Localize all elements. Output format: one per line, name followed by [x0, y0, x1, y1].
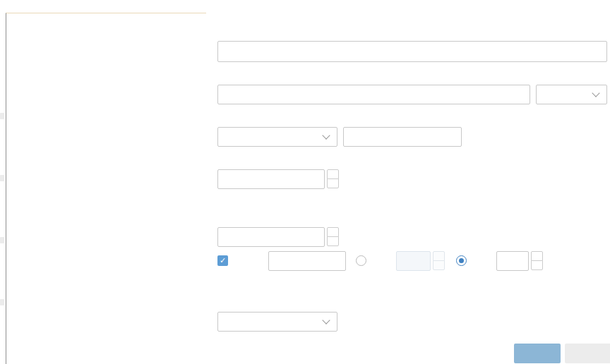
rule-name-input[interactable]: [217, 41, 607, 62]
response-code-checkbox[interactable]: ✓: [217, 255, 228, 266]
chevron-down-icon: [322, 316, 330, 324]
url-row-partial-bottom: [6, 353, 206, 357]
url-row-partial-top: [6, 14, 206, 20]
add-rule-dialog: ✓: [217, 0, 607, 364]
edge-blur-mark: [0, 299, 4, 305]
chevron-down-icon: [322, 131, 330, 139]
increment-button[interactable]: [531, 251, 543, 261]
stat-time-input[interactable]: [217, 169, 325, 189]
url-match-mode-select[interactable]: [536, 85, 607, 104]
request-object-key-input[interactable]: [343, 127, 462, 147]
increment-button[interactable]: [327, 169, 339, 179]
confirm-button[interactable]: [514, 344, 561, 363]
decrement-button: [433, 260, 445, 270]
cancel-button[interactable]: [565, 344, 610, 363]
chevron-down-icon: [592, 89, 599, 97]
response-code-condition-row: ✓: [217, 251, 607, 271]
page-left-edge: [0, 0, 5, 364]
quantity-input: [396, 251, 431, 271]
response-code-input[interactable]: [268, 251, 346, 271]
stat-time-spinner: [327, 169, 339, 189]
decrement-button[interactable]: [531, 260, 543, 270]
edge-blur-mark: [0, 175, 4, 181]
action-select[interactable]: [217, 312, 337, 332]
background-url-list: [6, 13, 206, 364]
quantity-radio[interactable]: [356, 255, 366, 266]
url-input[interactable]: [217, 85, 530, 104]
request-count-input[interactable]: [217, 227, 325, 247]
decrement-button[interactable]: [327, 178, 339, 188]
quantity-spinner: [433, 251, 445, 271]
increment-button: [433, 251, 445, 261]
increment-button[interactable]: [327, 227, 339, 237]
ratio-input[interactable]: [496, 251, 529, 271]
ratio-radio[interactable]: [456, 255, 467, 266]
request-object-type-select[interactable]: [217, 127, 337, 147]
edge-blur-mark: [0, 113, 4, 119]
decrement-button[interactable]: [327, 236, 339, 246]
edge-blur-mark: [0, 237, 4, 243]
request-count-spinner: [327, 227, 339, 247]
ratio-spinner: [531, 251, 543, 271]
screen: ✓: [0, 0, 610, 364]
